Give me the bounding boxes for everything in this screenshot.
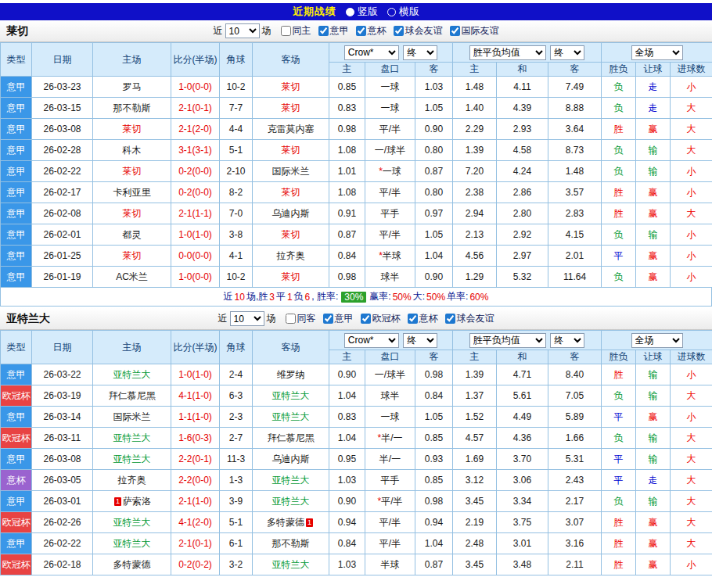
home-team-link[interactable]: 罗马 xyxy=(123,81,142,92)
layout-radio-vertical[interactable]: 竖版 xyxy=(346,5,378,19)
filter-checkbox-意甲[interactable]: 意甲 xyxy=(318,24,349,38)
checkbox-input[interactable] xyxy=(445,314,455,324)
odds-source-select[interactable]: Crow* xyxy=(344,333,399,348)
away-team-link[interactable]: 莱切 xyxy=(282,102,300,113)
filter-checkbox-意甲[interactable]: 意甲 xyxy=(323,312,354,325)
home-team-link[interactable]: 亚特兰大 xyxy=(113,517,151,528)
scope-select[interactable]: 全场 xyxy=(631,333,683,348)
euro-draw-cell: 4.39 xyxy=(497,98,548,119)
odds-source-select[interactable]: Crow* xyxy=(344,45,399,60)
away-team-link[interactable]: 那不勒斯 xyxy=(272,538,310,549)
checkbox-input[interactable] xyxy=(450,26,460,36)
away-team-link[interactable]: 拉齐奥 xyxy=(277,250,305,261)
home-team-link[interactable]: 莱切 xyxy=(123,250,142,261)
away-team-link[interactable]: 乌迪内斯 xyxy=(272,208,310,219)
away-team-link[interactable]: 莱切 xyxy=(282,81,300,92)
checkbox-input[interactable] xyxy=(318,26,329,36)
home-team-link[interactable]: 萨索洛 xyxy=(123,496,151,507)
home-team-cell: 都灵 xyxy=(93,224,171,246)
euro-home-cell: 3.45 xyxy=(453,491,497,512)
euro-home-cell: 1.37 xyxy=(453,385,497,407)
euro-time-select[interactable]: 终 xyxy=(550,333,584,348)
checkbox-input[interactable] xyxy=(281,26,291,36)
checkbox-input[interactable] xyxy=(408,314,418,324)
home-team-link[interactable]: 亚特兰大 xyxy=(113,454,151,464)
home-team-link[interactable]: 拜仁慕尼黑 xyxy=(109,390,156,401)
filter-checkbox-意杯[interactable]: 意杯 xyxy=(356,24,387,38)
away-team-link[interactable]: 亚特兰大 xyxy=(272,475,310,486)
away-team-link[interactable]: 亚特兰大 xyxy=(272,559,310,570)
filter-checkbox-同客[interactable]: 同客 xyxy=(286,312,316,325)
home-team-link[interactable]: 多特蒙德 xyxy=(113,559,151,570)
result-cell: 负 xyxy=(602,161,636,182)
home-team-link[interactable]: 科木 xyxy=(123,145,142,156)
checkbox-input[interactable] xyxy=(356,26,366,36)
checkbox-input[interactable] xyxy=(323,314,333,324)
away-team-link[interactable]: 莱切 xyxy=(282,187,300,198)
home-team-link[interactable]: 亚特兰大 xyxy=(113,369,151,380)
score-cell: 1-0(0-0) xyxy=(171,77,220,98)
filter-checkbox-国际友谊[interactable]: 国际友谊 xyxy=(450,24,499,38)
euro-time-select[interactable]: 终 xyxy=(550,45,584,60)
league-type-cell: 意甲 xyxy=(1,140,32,161)
odds-time-select[interactable]: 终 xyxy=(403,333,437,348)
filter-checkbox-同主[interactable]: 同主 xyxy=(281,24,311,38)
match-count-select[interactable]: 10 xyxy=(230,311,264,326)
away-team-link[interactable]: 莱切 xyxy=(282,145,300,156)
section-lecce: 莱切 近 10 场 同主意甲意杯球会友谊国际友谊 类型 日期 主场 比分(半场)… xyxy=(0,20,712,307)
match-row: 意甲26-03-23罗马1-0(0-0)10-2莱切0.85一球1.031.48… xyxy=(1,77,712,98)
home-team-link[interactable]: 莱切 xyxy=(123,124,142,134)
home-team-link[interactable]: 那不勒斯 xyxy=(113,102,151,113)
home-team-link[interactable]: 卡利亚里 xyxy=(113,187,151,198)
home-team-link[interactable]: 亚特兰大 xyxy=(113,432,151,443)
checkbox-input[interactable] xyxy=(361,314,371,324)
away-team-cell: 莱切 xyxy=(253,224,329,246)
match-row: 意杯26-03-05拉齐奥2-2(0-0)1-3亚特兰大1.03平手0.853.… xyxy=(1,470,712,491)
home-team-link[interactable]: 亚特兰大 xyxy=(113,538,151,549)
euro-home-cell: 3.12 xyxy=(453,470,497,491)
filter-checkbox-球会友谊[interactable]: 球会友谊 xyxy=(394,24,443,38)
handicap-result-cell: 赢 xyxy=(636,267,671,288)
scope-select[interactable]: 全场 xyxy=(631,45,683,60)
home-team-link[interactable]: 莱切 xyxy=(123,166,142,177)
handicap-cell: 平/半 xyxy=(365,182,415,203)
away-team-link[interactable]: 亚特兰大 xyxy=(272,390,310,401)
goals-result-cell: 大 xyxy=(671,385,712,407)
away-team-link[interactable]: 克雷莫内塞 xyxy=(268,124,315,134)
home-team-link[interactable]: 国际米兰 xyxy=(113,411,151,422)
layout-radio-horizontal[interactable]: 横版 xyxy=(387,5,419,19)
away-team-link[interactable]: 莱切 xyxy=(282,271,300,282)
euro-type-select[interactable]: 胜平负均值 xyxy=(469,333,546,348)
home-team-link[interactable]: 拉齐奥 xyxy=(118,475,146,486)
corner-cell: 3-9 xyxy=(220,491,253,512)
odds-time-select[interactable]: 终 xyxy=(403,45,437,60)
away-team-link[interactable]: 多特蒙德 xyxy=(267,517,304,528)
date-cell: 26-02-22 xyxy=(32,533,93,554)
euro-type-select[interactable]: 胜平负均值 xyxy=(469,45,546,60)
away-team-cell: 那不勒斯 xyxy=(253,533,329,554)
checkbox-input[interactable] xyxy=(286,314,296,324)
away-team-link[interactable]: 莱切 xyxy=(282,229,300,240)
away-team-link[interactable]: 国际米兰 xyxy=(272,166,310,177)
away-gives-handicap-marker: * xyxy=(377,432,381,443)
away-team-link[interactable]: 维罗纳 xyxy=(277,369,305,380)
checkbox-input[interactable] xyxy=(394,26,404,36)
filter-checkbox-球会友谊[interactable]: 球会友谊 xyxy=(445,312,494,325)
filter-checkbox-欧冠杯[interactable]: 欧冠杯 xyxy=(361,312,401,325)
home-team-link[interactable]: 都灵 xyxy=(123,229,142,240)
home-team-link[interactable]: 莱切 xyxy=(123,208,142,219)
score-cell: 2-2(0-1) xyxy=(171,449,220,470)
away-team-link[interactable]: 亚特兰大 xyxy=(272,411,310,422)
home-team-link[interactable]: AC米兰 xyxy=(116,271,148,282)
euro-draw-cell: 2.92 xyxy=(497,224,548,246)
goals-result-cell: 大 xyxy=(671,428,712,449)
away-team-link[interactable]: 亚特兰大 xyxy=(272,496,310,507)
filter-checkbox-意杯[interactable]: 意杯 xyxy=(408,312,438,325)
match-row: 欧冠杯26-02-18多特蒙德0-2(0-2)3-2亚特兰大1.03半球0.87… xyxy=(1,554,712,575)
corner-cell: 7-7 xyxy=(220,98,253,119)
away-team-link[interactable]: 乌迪内斯 xyxy=(272,454,310,464)
away-team-cell: 亚特兰大 xyxy=(253,491,329,512)
match-count-select[interactable]: 10 xyxy=(225,23,260,38)
away-team-link[interactable]: 拜仁慕尼黑 xyxy=(268,432,315,443)
result-cell: 胜 xyxy=(602,182,636,203)
